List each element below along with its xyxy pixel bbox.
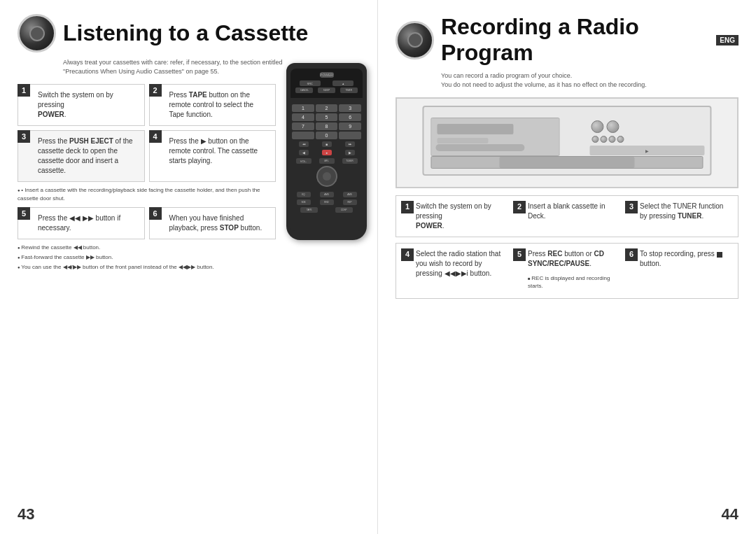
stereo-system-image: ▶: [396, 97, 738, 188]
left-page: Listening to a Cassette Always treat you…: [0, 0, 378, 534]
right-step-2: 2 Insert a blank cassette in Deck.: [514, 202, 620, 231]
step-3-number: 3: [18, 130, 30, 143]
step-1-box: 1 Switch the system on by pressing POWER…: [18, 84, 145, 126]
eng-badge: ENG: [716, 35, 738, 45]
right-title: Recording a Radio Program: [441, 14, 710, 66]
step-2-content: Press TAPE button on the remote control …: [169, 90, 269, 120]
step-2-box: 2 Press TAPE button on the remote contro…: [149, 84, 276, 126]
left-page-number: 43: [18, 505, 34, 524]
step-2-number: 2: [149, 84, 162, 97]
right-subtitle: You can record a radio program of your c…: [441, 71, 738, 89]
remote-control-image: POWER SRC ▲ CANCEL SLEEP TIMER 1 2: [286, 63, 367, 240]
step-5-content: Press the ◀◀ ▶▶ button if necessary.: [38, 213, 137, 233]
right-step-5-number: 5: [513, 248, 526, 261]
right-step-4: 4 Select the radio station that you wish…: [402, 249, 508, 292]
right-header: Recording a Radio Program ENG: [396, 14, 738, 66]
right-step-6-number: 6: [625, 248, 638, 261]
right-page: Recording a Radio Program ENG You can re…: [378, 0, 756, 534]
page-container: Listening to a Cassette Always treat you…: [0, 0, 756, 534]
stereo-controls: ▶: [590, 118, 705, 156]
step-1-number: 1: [18, 84, 30, 97]
left-header: Listening to a Cassette: [18, 14, 360, 52]
step-3-content: Press the PUSH EJECT of the cassette dec…: [38, 136, 137, 176]
step-3-box: 3 Press the PUSH EJECT of the cassette d…: [18, 130, 145, 182]
cassette-slot: [430, 156, 703, 169]
step-4-box: 4 Press the ▶ button on the remote contr…: [149, 130, 276, 182]
step-6-number: 6: [149, 207, 162, 220]
radio-icon: [396, 21, 434, 59]
stereo-display: [430, 118, 559, 156]
right-step-3-number: 3: [625, 201, 638, 213]
stop-symbol: [717, 252, 722, 258]
right-page-number: 44: [722, 505, 738, 524]
step-1-content: Switch the system on by pressing POWER.: [38, 90, 137, 120]
right-step-5: 5 Press REC button or CD SYNC/REC/PAUSE.…: [514, 249, 620, 292]
step-5-number: 5: [18, 207, 30, 220]
cassette-insert-note: • Insert a cassette with the recording/p…: [18, 186, 276, 203]
right-step-4-number: 4: [401, 248, 414, 261]
right-step-3: 3 Select the TUNER function by pressing …: [626, 202, 732, 231]
right-step-2-number: 2: [513, 201, 526, 213]
right-step-1-number: 1: [401, 201, 414, 213]
step-6-content: When you have finished playback, press S…: [169, 213, 269, 233]
stereo-body: ▶: [422, 106, 711, 176]
cassette-icon: [18, 14, 56, 52]
right-step-1: 1 Switch the system on by pressing POWER…: [402, 202, 508, 231]
steps-row-1: 1 Switch the system on by pressing POWER…: [396, 195, 738, 237]
left-bottom-notes: Rewind the cassette ◀◀ button. Fast-forw…: [18, 244, 276, 272]
right-step-6: 6 To stop recording, press button.: [626, 249, 732, 292]
rec-note: REC is displayed and recording starts.: [528, 272, 620, 292]
remote-body: POWER SRC ▲ CANCEL SLEEP TIMER 1 2: [286, 63, 367, 240]
steps-row-2: 4 Select the radio station that you wish…: [396, 243, 738, 298]
step-5-box: 5 Press the ◀◀ ▶▶ button if necessary.: [18, 207, 145, 239]
step-6-box: 6 When you have finished playback, press…: [149, 207, 276, 239]
step-4-number: 4: [149, 130, 162, 143]
left-title: Listening to a Cassette: [63, 20, 308, 46]
step-4-content: Press the ▶ button on the remote control…: [169, 136, 269, 166]
